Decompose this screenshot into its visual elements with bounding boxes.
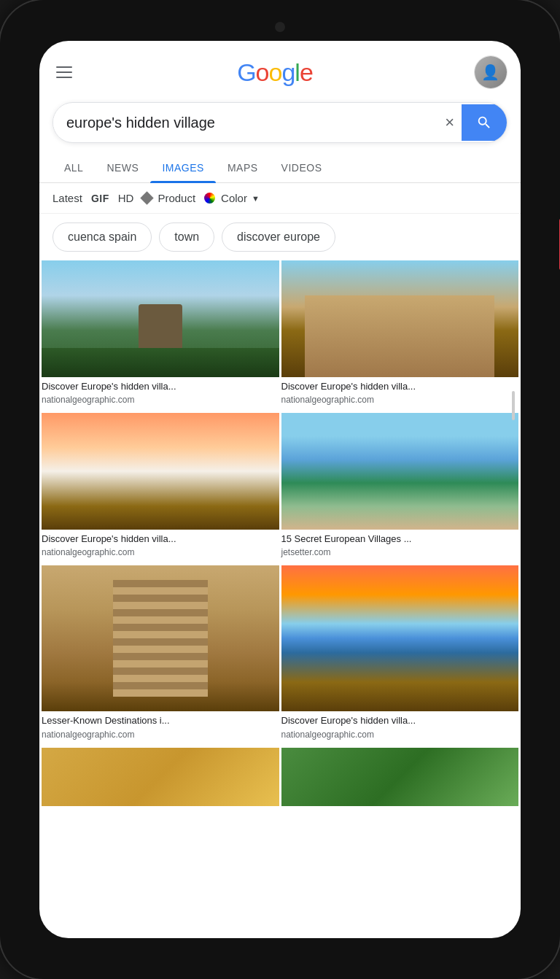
image-source: nationalgeographic.com <box>281 395 519 405</box>
tab-all[interactable]: ALL <box>52 153 95 182</box>
tab-news[interactable]: NEWS <box>95 153 150 182</box>
filter-gif[interactable]: GIF <box>91 193 109 204</box>
image-info: Discover Europe's hidden villa... nation… <box>281 711 519 745</box>
image-title: Discover Europe's hidden villa... <box>281 380 519 393</box>
list-item[interactable] <box>281 748 519 806</box>
image-col-1: 📌 Discover Europe's hidden villa... nati… <box>42 260 279 938</box>
image-source: nationalgeographic.com <box>281 730 519 740</box>
nav-tabs: ALL NEWS IMAGES MAPS VIDEOS <box>39 153 521 183</box>
image-title: Discover Europe's hidden villa... <box>42 380 279 393</box>
diamond-icon <box>141 191 154 204</box>
image-title: Discover Europe's hidden villa... <box>42 533 279 546</box>
image-grid: 📌 Discover Europe's hidden villa... nati… <box>39 260 521 938</box>
filter-color[interactable]: Color ▼ <box>204 192 260 204</box>
google-logo: G o o g l e <box>237 58 313 87</box>
image-info: Discover Europe's hidden villa... nation… <box>42 530 279 563</box>
list-item[interactable]: 15 Secret European Villages ... jetsette… <box>281 413 519 563</box>
list-item[interactable]: Discover Europe's hidden villa... nation… <box>42 413 279 563</box>
image-source: nationalgeographic.com <box>42 547 279 557</box>
screen-content: G o o g l e 👤 × <box>39 41 521 938</box>
pin-icon: 📌 <box>263 361 275 373</box>
image-title: Discover Europe's hidden villa... <box>281 714 519 727</box>
chip-cuenca-spain[interactable]: cuenca spain <box>52 222 152 252</box>
logo-o1: o <box>256 58 269 87</box>
tab-images[interactable]: IMAGES <box>150 153 215 182</box>
palette-icon <box>204 193 215 204</box>
scrollbar[interactable] <box>512 391 515 420</box>
list-item[interactable]: Lesser-Known Destinations i... nationalg… <box>42 565 279 745</box>
logo-g: G <box>237 58 255 87</box>
search-icon <box>476 115 492 131</box>
front-camera <box>275 22 285 32</box>
list-item[interactable]: 📌 Discover Europe's hidden villa... nati… <box>42 260 279 411</box>
avatar-image: 👤 <box>475 56 507 88</box>
tab-videos[interactable]: VIDEOS <box>270 153 334 182</box>
chip-town[interactable]: town <box>159 222 214 252</box>
image-source: nationalgeographic.com <box>42 395 279 405</box>
logo-g2: g <box>281 58 295 87</box>
chip-discover-europe[interactable]: discover europe <box>222 222 335 252</box>
image-title: 15 Secret European Villages ... <box>281 533 519 546</box>
list-item[interactable]: Discover Europe's hidden villa... nation… <box>281 260 519 411</box>
image-source: jetsetter.com <box>281 547 519 557</box>
header: G o o g l e 👤 <box>39 41 521 96</box>
list-item[interactable]: Discover Europe's hidden villa... nation… <box>281 565 519 745</box>
filter-hd[interactable]: HD <box>118 192 134 204</box>
image-col-2: Discover Europe's hidden villa... nation… <box>281 260 519 938</box>
search-bar: × <box>52 102 508 143</box>
menu-icon[interactable] <box>52 63 76 82</box>
image-title: Lesser-Known Destinations i... <box>42 714 279 727</box>
list-item[interactable] <box>42 748 279 806</box>
logo-e: e <box>300 58 313 87</box>
chips-row: cuenca spain town discover europe <box>39 214 521 260</box>
avatar[interactable]: 👤 <box>474 55 508 89</box>
filter-bar: Latest GIF HD Product Color ▼ <box>39 183 521 214</box>
clear-button[interactable]: × <box>438 103 462 142</box>
filter-product[interactable]: Product <box>142 192 195 204</box>
image-info: Lesser-Known Destinations i... nationalg… <box>42 711 279 745</box>
logo-o2: o <box>269 58 282 87</box>
search-button[interactable] <box>462 104 507 141</box>
image-source: nationalgeographic.com <box>42 730 279 740</box>
search-input[interactable] <box>53 104 438 142</box>
dropdown-arrow-icon: ▼ <box>252 194 260 203</box>
phone-frame: G o o g l e 👤 × <box>0 0 560 979</box>
image-info: 15 Secret European Villages ... jetsette… <box>281 530 519 563</box>
filter-latest[interactable]: Latest <box>52 192 82 204</box>
image-info: Discover Europe's hidden villa... nation… <box>281 377 519 411</box>
phone-screen: G o o g l e 👤 × <box>39 41 521 938</box>
image-info: Discover Europe's hidden villa... nation… <box>42 377 279 411</box>
tab-maps[interactable]: MAPS <box>216 153 270 182</box>
